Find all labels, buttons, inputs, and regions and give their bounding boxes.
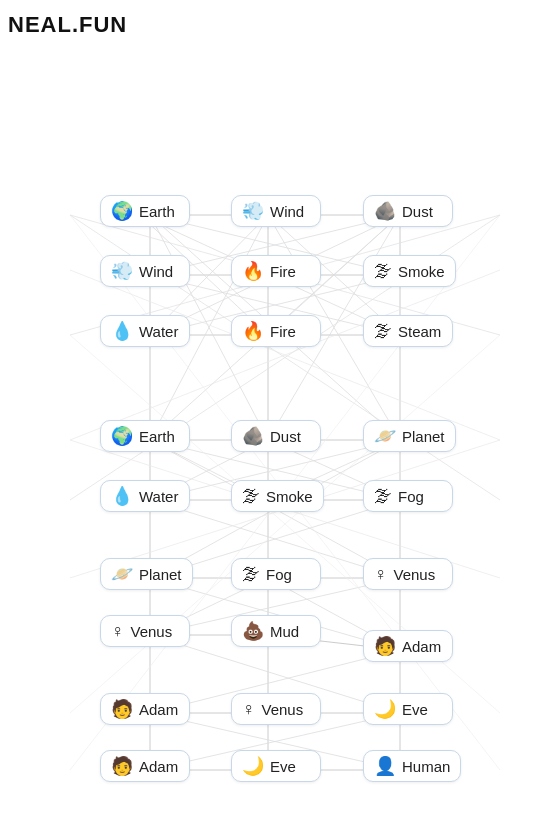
element-label: Planet [402, 428, 445, 445]
mud-icon: 💩 [242, 622, 264, 640]
card-dust-c3[interactable]: 🪨Dust [363, 195, 453, 227]
card-fire-c8[interactable]: 🔥Fire [231, 315, 321, 347]
element-label: Venus [131, 623, 173, 640]
earth-icon: 🌍 [111, 202, 133, 220]
element-label: Fog [266, 566, 292, 583]
element-label: Fire [270, 263, 296, 280]
fire-icon: 🔥 [242, 322, 264, 340]
card-human-c27[interactable]: 👤Human [363, 750, 461, 782]
card-eve-c26[interactable]: 🌙Eve [231, 750, 321, 782]
wind-icon: 💨 [242, 202, 264, 220]
adam-icon: 🧑 [374, 637, 396, 655]
element-label: Human [402, 758, 450, 775]
earth-icon: 🌍 [111, 427, 133, 445]
card-fog-c17[interactable]: 🌫Fog [231, 558, 321, 590]
wind-icon: 💨 [111, 262, 133, 280]
card-mud-c20[interactable]: 💩Mud [231, 615, 321, 647]
card-water-c7[interactable]: 💧Water [100, 315, 190, 347]
element-label: Mud [270, 623, 299, 640]
smoke-icon: 🌫 [374, 262, 392, 280]
card-adam-c25[interactable]: 🧑Adam [100, 750, 190, 782]
card-venus-c19[interactable]: ♀Venus [100, 615, 190, 647]
element-label: Earth [139, 428, 175, 445]
element-label: Smoke [266, 488, 313, 505]
planet-icon: 🪐 [111, 565, 133, 583]
steam-icon: 🌫 [374, 322, 392, 340]
card-adam-c21[interactable]: 🧑Adam [363, 630, 453, 662]
element-label: Adam [402, 638, 441, 655]
planet-icon: 🪐 [374, 427, 396, 445]
element-label: Dust [402, 203, 433, 220]
element-label: Wind [270, 203, 304, 220]
adam-icon: 🧑 [111, 757, 133, 775]
water-icon: 💧 [111, 487, 133, 505]
card-venus-c18[interactable]: ♀Venus [363, 558, 453, 590]
card-smoke-c6[interactable]: 🌫Smoke [363, 255, 456, 287]
card-wind-c2[interactable]: 💨Wind [231, 195, 321, 227]
element-label: Smoke [398, 263, 445, 280]
card-planet-c12[interactable]: 🪐Planet [363, 420, 456, 452]
venus-icon: ♀ [111, 622, 125, 640]
adam-icon: 🧑 [111, 700, 133, 718]
card-eve-c24[interactable]: 🌙Eve [363, 693, 453, 725]
dust-icon: 🪨 [242, 427, 264, 445]
element-label: Planet [139, 566, 182, 583]
smoke-icon: 🌫 [242, 487, 260, 505]
human-icon: 👤 [374, 757, 396, 775]
element-label: Dust [270, 428, 301, 445]
card-water-c13[interactable]: 💧Water [100, 480, 190, 512]
eve-icon: 🌙 [242, 757, 264, 775]
fire-icon: 🔥 [242, 262, 264, 280]
element-label: Water [139, 323, 178, 340]
card-dust-c11[interactable]: 🪨Dust [231, 420, 321, 452]
elements-container: 🌍Earth💨Wind🪨Dust💨Wind🔥Fire🌫Smoke💧Water🔥F… [0, 0, 559, 825]
card-earth-c10[interactable]: 🌍Earth [100, 420, 190, 452]
element-label: Eve [402, 701, 428, 718]
element-label: Adam [139, 701, 178, 718]
element-label: Venus [262, 701, 304, 718]
element-label: Adam [139, 758, 178, 775]
card-planet-c16[interactable]: 🪐Planet [100, 558, 193, 590]
venus-icon: ♀ [242, 700, 256, 718]
card-steam-c9[interactable]: 🌫Steam [363, 315, 453, 347]
fog-icon: 🌫 [242, 565, 260, 583]
element-label: Earth [139, 203, 175, 220]
card-earth-c1[interactable]: 🌍Earth [100, 195, 190, 227]
element-label: Venus [394, 566, 436, 583]
element-label: Water [139, 488, 178, 505]
card-venus-c23[interactable]: ♀Venus [231, 693, 321, 725]
card-fog-c15[interactable]: 🌫Fog [363, 480, 453, 512]
water-icon: 💧 [111, 322, 133, 340]
fog-icon: 🌫 [374, 487, 392, 505]
card-smoke-c14[interactable]: 🌫Smoke [231, 480, 324, 512]
eve-icon: 🌙 [374, 700, 396, 718]
card-adam-c22[interactable]: 🧑Adam [100, 693, 190, 725]
card-wind-c4[interactable]: 💨Wind [100, 255, 190, 287]
element-label: Fog [398, 488, 424, 505]
element-label: Wind [139, 263, 173, 280]
element-label: Fire [270, 323, 296, 340]
dust-icon: 🪨 [374, 202, 396, 220]
card-fire-c5[interactable]: 🔥Fire [231, 255, 321, 287]
element-label: Steam [398, 323, 441, 340]
element-label: Eve [270, 758, 296, 775]
venus-icon: ♀ [374, 565, 388, 583]
